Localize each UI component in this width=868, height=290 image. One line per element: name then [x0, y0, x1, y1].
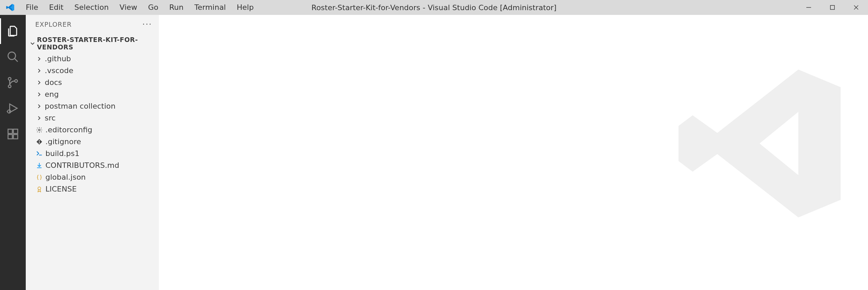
activity-extensions[interactable]	[0, 121, 26, 147]
minimize-button[interactable]	[797, 0, 821, 15]
menu-bar: File Edit Selection View Go Run Terminal…	[20, 0, 259, 15]
svg-point-6	[8, 77, 11, 80]
svg-point-22	[38, 187, 41, 189]
svg-point-4	[8, 52, 16, 60]
chevron-right-icon	[35, 104, 43, 109]
tree-item--github[interactable]: .github	[26, 53, 159, 65]
svg-point-7	[8, 85, 11, 88]
window-title: Roster-Starter-Kit-for-Vendors - Visual …	[311, 3, 556, 12]
debug-icon	[6, 102, 19, 115]
title-bar: File Edit Selection View Go Run Terminal…	[0, 0, 868, 15]
tree-item-label: docs	[45, 78, 62, 87]
tree-item-label: eng	[45, 90, 59, 98]
tree-item-docs[interactable]: docs	[26, 76, 159, 88]
git-icon	[6, 76, 19, 89]
svg-point-8	[15, 80, 18, 82]
chevron-right-icon	[35, 80, 43, 85]
menu-terminal[interactable]: Terminal	[189, 0, 231, 15]
svg-rect-15	[14, 129, 18, 134]
sidebar-header: EXPLORER ···	[26, 15, 159, 34]
powershell-icon	[35, 150, 43, 157]
activity-explorer[interactable]	[0, 18, 26, 44]
menu-run[interactable]: Run	[164, 0, 189, 15]
json-icon	[35, 174, 43, 181]
svg-rect-1	[830, 5, 834, 9]
tree-item--gitignore[interactable]: .gitignore	[26, 136, 159, 148]
maximize-button[interactable]	[821, 0, 844, 15]
chevron-right-icon	[35, 68, 43, 73]
folder-root-header[interactable]: ROSTER-STARTER-KIT-FOR-VENDORS	[26, 34, 159, 53]
root-folder-name: ROSTER-STARTER-KIT-FOR-VENDORS	[37, 36, 156, 51]
sidebar-explorer: EXPLORER ··· ROSTER-STARTER-KIT-FOR-VEND…	[26, 15, 159, 290]
gear-icon	[35, 127, 43, 133]
tree-item--vscode[interactable]: .vscode	[26, 65, 159, 76]
tree-item--editorconfig[interactable]: .editorconfig	[26, 124, 159, 136]
more-actions-icon[interactable]: ···	[142, 20, 152, 29]
activity-bar	[0, 15, 26, 290]
tree-item-license[interactable]: LICENSE	[26, 183, 159, 195]
tree-item-label: .editorconfig	[45, 126, 92, 134]
tree-item-global-json[interactable]: global.json	[26, 171, 159, 183]
menu-edit[interactable]: Edit	[44, 0, 69, 15]
tree-item-label: CONTRIBUTORS.md	[45, 161, 119, 170]
tree-item-build-ps1[interactable]: build.ps1	[26, 148, 159, 159]
chevron-right-icon	[35, 92, 43, 97]
chevron-right-icon	[35, 56, 43, 62]
tree-item-label: src	[45, 114, 56, 122]
window-controls	[797, 0, 868, 15]
git-file-icon	[35, 138, 43, 145]
menu-selection[interactable]: Selection	[69, 0, 114, 15]
editor-area	[159, 15, 868, 290]
svg-point-16	[39, 129, 40, 131]
menu-go[interactable]: Go	[143, 0, 164, 15]
activity-run-debug[interactable]	[0, 95, 26, 121]
svg-rect-13	[8, 135, 13, 139]
svg-line-5	[15, 59, 18, 62]
svg-point-18	[39, 142, 40, 143]
extensions-icon	[6, 128, 19, 140]
files-icon	[6, 25, 19, 38]
tree-item-label: .vscode	[45, 66, 74, 75]
search-icon	[6, 50, 19, 63]
svg-rect-14	[14, 135, 18, 139]
file-tree: .github.vscodedocsengpostman collections…	[26, 53, 159, 195]
tree-item-src[interactable]: src	[26, 112, 159, 124]
tree-item-label: .gitignore	[45, 137, 81, 146]
tree-item-label: .github	[45, 54, 71, 63]
close-button[interactable]	[844, 0, 868, 15]
svg-point-9	[7, 110, 11, 113]
menu-file[interactable]: File	[20, 0, 44, 15]
workbench: EXPLORER ··· ROSTER-STARTER-KIT-FOR-VEND…	[0, 15, 868, 290]
license-icon	[35, 186, 43, 193]
tree-item-label: postman collection	[45, 102, 116, 110]
activity-search[interactable]	[0, 44, 26, 70]
svg-rect-12	[8, 129, 13, 134]
tree-item-contributors-md[interactable]: CONTRIBUTORS.md	[26, 159, 159, 171]
tree-item-label: LICENSE	[45, 185, 77, 193]
markdown-icon	[35, 162, 43, 169]
tree-item-label: global.json	[45, 173, 86, 181]
activity-source-control[interactable]	[0, 70, 26, 95]
sidebar-title: EXPLORER	[35, 21, 72, 28]
menu-help[interactable]: Help	[231, 0, 259, 15]
chevron-down-icon	[29, 41, 36, 46]
chevron-right-icon	[35, 115, 43, 121]
tree-item-postman-collection[interactable]: postman collection	[26, 100, 159, 112]
vscode-watermark-icon	[671, 55, 848, 233]
tree-item-eng[interactable]: eng	[26, 88, 159, 100]
vscode-logo-icon	[0, 3, 20, 12]
menu-view[interactable]: View	[114, 0, 143, 15]
tree-item-label: build.ps1	[45, 149, 80, 158]
